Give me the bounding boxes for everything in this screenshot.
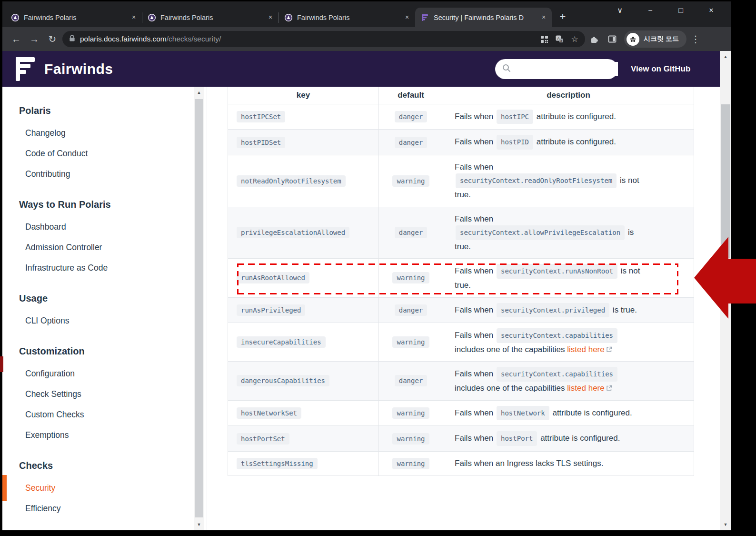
tab[interactable]: Fairwinds Polaris× (142, 8, 279, 27)
view-on-github-link[interactable]: View on GitHub (631, 51, 690, 87)
sidebar-item-label[interactable]: Admission Controller (2, 237, 207, 258)
key-code-chip: hostPIDSet (237, 137, 285, 148)
sidebar-item-admission-controller[interactable]: Admission Controller (2, 237, 207, 258)
inline-code: securityContext.allowPrivilegeEscalation (456, 225, 625, 240)
sidebar-item-label[interactable]: Check Settings (2, 384, 207, 405)
key-cell: tlsSettingsMissing (228, 451, 379, 475)
sidebar-item-custom-checks[interactable]: Custom Checks (2, 405, 207, 425)
qr-code-icon[interactable] (537, 32, 552, 46)
incognito-label: 시크릿 모드 (644, 35, 679, 43)
key-code-chip: tlsSettingsMissing (237, 458, 318, 469)
default-cell: warning (379, 323, 443, 362)
sidebar-item-label[interactable]: Code of Conduct (2, 143, 207, 164)
new-tab-button[interactable]: + (556, 10, 570, 24)
default-code-chip: warning (392, 272, 429, 283)
key-cell: hostIPCSet (228, 104, 379, 130)
tab-close-icon[interactable]: × (266, 13, 275, 22)
site-search[interactable] (495, 59, 618, 79)
brand-name: Fairwinds (44, 61, 113, 77)
window-menu-icon[interactable]: ∨ (611, 3, 628, 18)
table-row-insecureCapabilities: insecureCapabilitieswarningFails when se… (228, 323, 694, 362)
sidebar-item-configuration[interactable]: Configuration (2, 364, 207, 384)
external-link-icon (606, 385, 612, 391)
tab-close-icon[interactable]: × (129, 13, 138, 22)
inline-code: hostPort (497, 431, 537, 446)
inline-code: securityContext.capabilities (497, 328, 617, 343)
sidebar-item-code-of-conduct[interactable]: Code of Conduct (2, 143, 207, 164)
sidebar-item-label[interactable]: Infrastructure as Code (2, 258, 207, 278)
sidebar-item-cli-options[interactable]: CLI Options (2, 311, 207, 331)
main-content: key default description hostIPCSetdanger… (208, 87, 720, 530)
listed-here-link[interactable]: listed here (567, 345, 612, 354)
page-scrollbar-thumb[interactable] (721, 104, 730, 258)
key-cell: hostPIDSet (228, 130, 379, 155)
scroll-down-icon[interactable]: ▼ (194, 519, 204, 530)
column-header-description: description (443, 87, 694, 104)
key-cell: notReadOnlyRootFilesystem (228, 155, 379, 207)
polaris-favicon-icon (11, 14, 19, 21)
checks-table: key default description hostIPCSetdanger… (228, 87, 694, 476)
search-input[interactable] (515, 62, 618, 76)
sidebar-item-label[interactable]: Exemptions (2, 425, 207, 445)
sidebar-scrollbar[interactable]: ▲ ▼ (194, 87, 204, 530)
table-row-runAsRootAllowed: runAsRootAllowedwarningFails when securi… (228, 259, 694, 297)
sidebar-item-infrastructure-as-code[interactable]: Infrastructure as Code (2, 258, 207, 278)
description-cell: Fails when hostIPC attribute is configur… (443, 104, 694, 130)
sidebar-item-label[interactable]: Changelog (2, 123, 207, 143)
tab[interactable]: Fairwinds Polaris× (279, 8, 415, 27)
key-cell: runAsRootAllowed (228, 259, 379, 297)
key-code-chip: notReadOnlyRootFilesystem (237, 175, 346, 187)
inline-code: securityContext.privileged (497, 303, 609, 318)
sidebar-nav: PolarisChangelogCode of ConductContribut… (2, 87, 207, 530)
sidebar-section-title: Polaris (19, 104, 207, 117)
listed-here-link[interactable]: listed here (567, 384, 612, 393)
sidebar-item-dashboard[interactable]: Dashboard (2, 217, 207, 237)
address-bar[interactable]: polaris.docs.fairwinds.com/checks/securi… (62, 31, 585, 47)
browser-menu-icon[interactable]: ⋮ (686, 30, 705, 48)
sidebar-item-label[interactable]: Dashboard (2, 217, 207, 237)
sidebar-item-label[interactable]: Configuration (2, 364, 207, 384)
polaris-favicon-icon (148, 14, 156, 21)
default-code-chip: danger (395, 227, 428, 238)
key-code-chip: insecureCapabilities (237, 336, 326, 348)
window-maximize-icon[interactable]: □ (672, 3, 689, 18)
tab-close-icon[interactable]: × (539, 13, 548, 22)
sidebar-item-contributing[interactable]: Contributing (2, 164, 207, 184)
window-minimize-icon[interactable]: − (642, 3, 659, 18)
extensions-puzzle-icon[interactable] (585, 30, 603, 48)
sidebar-item-check-settings[interactable]: Check Settings (2, 384, 207, 405)
sidebar-item-label[interactable]: CLI Options (2, 311, 207, 331)
tab[interactable]: Fairwinds Polaris× (5, 8, 142, 27)
sidebar-item-label[interactable]: Custom Checks (2, 405, 207, 425)
reload-icon[interactable]: ↻ (43, 30, 61, 48)
sidebar-item-exemptions[interactable]: Exemptions (2, 425, 207, 445)
table-row-tlsSettingsMissing: tlsSettingsMissingwarningFails when an I… (228, 451, 694, 475)
sidebar-item-label[interactable]: Contributing (2, 164, 207, 184)
sidebar-item-label[interactable]: Security (2, 478, 207, 498)
key-code-chip: hostPortSet (237, 433, 289, 445)
scroll-down-icon[interactable]: ▼ (720, 519, 731, 530)
tab-close-icon[interactable]: × (403, 13, 411, 22)
sidebar-item-efficiency[interactable]: Efficiency (2, 498, 207, 519)
forward-icon[interactable]: → (25, 30, 43, 48)
bookmark-star-icon[interactable]: ☆ (567, 32, 582, 46)
window-close-icon[interactable]: × (703, 3, 720, 18)
fairwinds-logo[interactable]: Fairwinds (16, 57, 113, 81)
scroll-up-icon[interactable]: ▲ (720, 51, 731, 62)
sidebar-item-security[interactable]: Security (2, 478, 207, 498)
scroll-up-icon[interactable]: ▲ (194, 87, 204, 98)
sidebar-item-label[interactable]: Efficiency (2, 498, 207, 519)
sidebar-scrollbar-thumb[interactable] (195, 99, 203, 517)
inline-code: securityContext.runAsNonRoot (497, 264, 617, 279)
translate-icon[interactable]: Aa (552, 32, 567, 46)
sidebar-item-changelog[interactable]: Changelog (2, 123, 207, 143)
table-row-hostPIDSet: hostPIDSetdangerFails when hostPID attri… (228, 130, 694, 155)
side-panel-icon[interactable] (603, 30, 621, 48)
sidebar-section: Ways to Run PolarisDashboardAdmission Co… (2, 198, 207, 278)
back-icon[interactable]: ← (7, 30, 25, 48)
column-header-key: key (228, 87, 379, 104)
key-cell: hostNetworkSet (228, 400, 379, 426)
tab-active[interactable]: Security | Fairwinds Polaris D× (415, 8, 552, 27)
fairwinds-favicon-icon (421, 14, 429, 21)
table-row-privilegeEscalationAllowed: privilegeEscalationAlloweddangerFails wh… (228, 207, 694, 259)
